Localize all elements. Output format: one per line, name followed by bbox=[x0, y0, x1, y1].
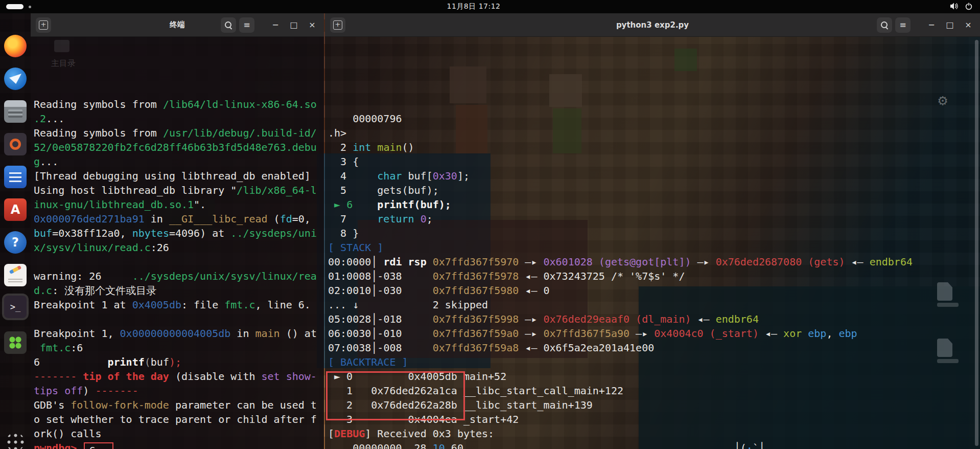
terminal-line: 01:0008│-038 0x7ffd367f5978 ◂— 0x7324372… bbox=[328, 269, 980, 283]
terminal-line: 4 char buf[0x30]; bbox=[328, 169, 980, 183]
minimize-icon: − bbox=[272, 21, 278, 29]
workspace-dot-icon[interactable] bbox=[29, 6, 31, 8]
dock-item-red-a-app[interactable]: A bbox=[4, 198, 27, 221]
search-icon bbox=[881, 21, 888, 29]
terminal-line: [Thread debugging using libthread_db ena… bbox=[34, 169, 324, 183]
top-bar: 11月8日 17:12 bbox=[0, 0, 980, 13]
terminal-line: o set whether to trace parent or child a… bbox=[34, 412, 324, 426]
minimize-button[interactable]: − bbox=[268, 17, 283, 33]
terminal-line: Using host libthread_db library "/lib/x8… bbox=[34, 183, 324, 197]
terminal-line: 6 printf(buf); bbox=[34, 355, 324, 369]
dock-item-terminal[interactable]: >_ bbox=[4, 296, 27, 318]
new-tab-icon: + bbox=[39, 20, 48, 30]
volume-icon[interactable] bbox=[950, 2, 959, 10]
terminal-line: 1 0x76ded262a1ca __libc_start_call_main+… bbox=[328, 384, 980, 398]
new-tab-button[interactable]: + bbox=[36, 17, 51, 33]
dock-item-office-docs[interactable] bbox=[4, 166, 27, 188]
terminal-window-left: 终端 + ≡ − □ × 主目录 Reading symbols from /l… bbox=[31, 13, 324, 449]
terminal-line: Breakpoint 1, 0x00000000004005db in main… bbox=[34, 326, 324, 341]
maximize-button[interactable]: □ bbox=[942, 17, 958, 33]
terminal-line: .h> bbox=[328, 126, 980, 140]
terminal-line: Reading symbols from /usr/lib/debug/.bui… bbox=[34, 126, 324, 140]
terminal-line: ► 0 0x4005db main+52 bbox=[328, 369, 980, 384]
terminal-line: [ STACK ] bbox=[328, 240, 980, 255]
gear-ghost-icon: ⚙ bbox=[938, 93, 947, 107]
desktop: 11月8日 17:12 A ? >_ 终端 + bbox=[0, 0, 980, 449]
terminal-line: 2 int main() bbox=[328, 140, 980, 154]
terminal-line: 3 0x4004ea _start+42 bbox=[328, 412, 980, 426]
search-button[interactable] bbox=[877, 17, 892, 33]
new-tab-button[interactable]: + bbox=[330, 17, 345, 33]
terminal-line: GDB's follow-fork-mode parameter can be … bbox=[34, 398, 324, 412]
terminal-line: 0x000076ded271ba91 in __GI___libc_read (… bbox=[34, 212, 324, 226]
close-icon: × bbox=[965, 21, 971, 29]
close-button[interactable]: × bbox=[961, 17, 976, 33]
minimize-button[interactable]: − bbox=[924, 17, 939, 33]
terminal-line: 2 0x76ded262a28b __libc_start_main+139 bbox=[328, 398, 980, 412]
terminal-line: ... ↓ 2 skipped bbox=[328, 298, 980, 312]
show-apps-icon[interactable] bbox=[6, 433, 25, 449]
scrollbar[interactable] bbox=[975, 40, 978, 446]
maximize-icon: □ bbox=[290, 21, 297, 29]
clock[interactable]: 11月8日 17:12 bbox=[447, 2, 500, 11]
workspace-pill-icon[interactable] bbox=[6, 4, 24, 9]
terminal-line: .2... bbox=[34, 111, 324, 126]
dock-item-thunderbird[interactable] bbox=[4, 68, 27, 90]
terminal-line: 02:0010│-030 0x7ffd367f5980 ◂— 0 bbox=[328, 283, 980, 298]
dock-item-text-editor[interactable] bbox=[4, 264, 27, 286]
terminal-line: 06:0030│-010 0x7ffd367f59a0 —▸ 0x7ffd367… bbox=[328, 326, 980, 341]
home-folder-ghost-icon bbox=[54, 40, 69, 52]
system-tray[interactable] bbox=[950, 2, 973, 10]
terminal-line: 5 gets(buf); bbox=[328, 183, 980, 197]
terminal-line: 8 } bbox=[328, 226, 980, 240]
terminal-line: warning: 26 ../sysdeps/unix/sysv/linux/r… bbox=[34, 269, 324, 283]
close-icon: × bbox=[309, 21, 315, 29]
dock-item-help[interactable]: ? bbox=[4, 231, 27, 254]
terminal-line: 05:0028│-018 0x7ffd367f5998 —▸ 0x76ded29… bbox=[328, 312, 980, 326]
terminal-window-right: python3 exp2.py + ≡ − □ × ⚙ 00000796.h> … bbox=[325, 13, 980, 449]
terminal-output-right[interactable]: ⚙ 00000796.h> 2 int main() 3 { 4 char bu… bbox=[325, 37, 980, 449]
terminal-line: buf=0x38ff12a0, nbytes=4096) at ../sysde… bbox=[34, 226, 324, 240]
menu-button[interactable]: ≡ bbox=[239, 17, 254, 33]
terminal-line: ► 6 printf(buf); bbox=[328, 197, 980, 212]
terminal-line: x/sysv/linux/read.c:26 bbox=[34, 240, 324, 255]
terminal-output-left[interactable]: 主目录 Reading symbols from /lib64/ld-linux… bbox=[31, 37, 324, 449]
terminal-line: 3 { bbox=[328, 154, 980, 169]
terminal-line: g... bbox=[34, 154, 324, 169]
terminal-line: Breakpoint 1 at 0x4005db: file fmt.c, li… bbox=[34, 298, 324, 312]
dock-item-firefox[interactable] bbox=[4, 35, 27, 57]
terminal-line: 52/0e05878220fb2fc6d28ff46b63b3fd5d48e76… bbox=[34, 140, 324, 154]
terminal-line: ------- tip of the day (disable with set… bbox=[34, 369, 324, 384]
home-folder-label: 主目录 bbox=[51, 56, 76, 71]
power-icon[interactable] bbox=[965, 2, 973, 10]
terminal-line: 00:0000│ rdi rsp 0x7ffd367f5970 —▸ 0x601… bbox=[328, 255, 980, 269]
search-button[interactable] bbox=[221, 17, 236, 33]
maximize-button[interactable]: □ bbox=[286, 17, 301, 33]
dock: A ? >_ bbox=[0, 13, 31, 449]
terminal-line: [DEBUG] Received 0x3 bytes: bbox=[328, 426, 980, 441]
search-icon bbox=[225, 21, 232, 29]
dock-item-boxes[interactable] bbox=[4, 331, 27, 354]
dock-item-files[interactable] bbox=[4, 100, 27, 123]
new-tab-icon: + bbox=[333, 20, 342, 30]
menu-button[interactable]: ≡ bbox=[895, 17, 911, 33]
terminal-line bbox=[34, 255, 324, 269]
titlebar-right[interactable]: python3 exp2.py + ≡ − □ × bbox=[325, 13, 980, 37]
terminal-line: d.c: 没有那个文件或目录 bbox=[34, 283, 324, 298]
terminal-line: ork() calls bbox=[34, 426, 324, 441]
close-button[interactable]: × bbox=[305, 17, 320, 33]
titlebar-left[interactable]: 终端 + ≡ − □ × bbox=[31, 13, 324, 37]
terminal-line: 7 return 0; bbox=[328, 212, 980, 226]
terminal-line: tips off) ------- bbox=[34, 384, 324, 398]
terminal-glyph: >_ bbox=[10, 302, 20, 312]
desktop-file-ghost-icon bbox=[937, 282, 959, 307]
dock-item-camera[interactable] bbox=[4, 133, 27, 155]
terminal-line: fmt.c:6 bbox=[34, 341, 324, 355]
maximize-icon: □ bbox=[946, 21, 953, 29]
minimize-icon: − bbox=[928, 21, 935, 29]
terminal-line: [ BACKTRACE ] bbox=[328, 355, 980, 369]
terminal-line: 00000796 bbox=[328, 111, 980, 126]
red-a-glyph: A bbox=[11, 203, 20, 217]
terminal-line: inux-gnu/libthread_db.so.1". bbox=[34, 197, 324, 212]
terminal-line: pwndbg> c bbox=[34, 441, 324, 449]
